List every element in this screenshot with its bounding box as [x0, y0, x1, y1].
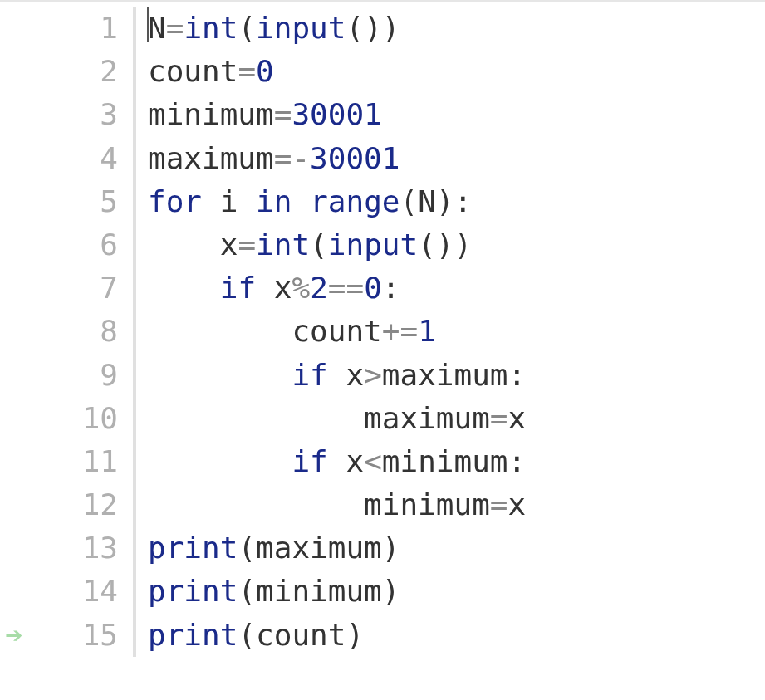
- code-line[interactable]: x=int(input()): [148, 223, 526, 267]
- token-id: maximum: [148, 141, 274, 175]
- line-number: 4: [0, 137, 118, 180]
- line-number: 9: [0, 354, 118, 397]
- code-line[interactable]: for i in range(N):: [148, 180, 526, 223]
- code-line[interactable]: print(minimum): [148, 570, 526, 613]
- line-number-gutter: 123456789101112131415➔: [0, 7, 133, 657]
- token-func: input: [328, 228, 418, 262]
- current-line-arrow-icon: ➔: [5, 614, 23, 657]
- token-func: print: [148, 618, 238, 652]
- token-punc: ): [364, 11, 382, 45]
- token-func: range: [310, 184, 400, 218]
- token-id: minimum: [382, 444, 508, 478]
- token-punc: :: [508, 444, 527, 478]
- code-line[interactable]: N=int(input()): [148, 7, 526, 50]
- token-punc: (: [238, 574, 256, 608]
- token-op: %: [292, 271, 310, 305]
- token-punc: ): [382, 574, 400, 608]
- token-id: i: [220, 184, 238, 218]
- token-id: x: [508, 401, 527, 435]
- line-number: 12: [0, 483, 118, 526]
- token-punc: ): [436, 228, 454, 262]
- token-id: count: [256, 618, 346, 652]
- token-num: 0: [256, 54, 274, 88]
- line-number: 2: [0, 50, 118, 93]
- token-kw: if: [220, 271, 256, 305]
- token-punc: (: [400, 184, 419, 218]
- line-number: 8: [0, 310, 118, 353]
- token-punc: :: [454, 184, 473, 218]
- token-kw: if: [292, 358, 327, 392]
- token-punc: :: [508, 358, 527, 392]
- token-op: +=: [382, 314, 418, 348]
- token-punc: (: [418, 228, 436, 262]
- token-id: N: [418, 184, 436, 218]
- token-func: int: [184, 11, 238, 45]
- code-line[interactable]: minimum=x: [148, 483, 526, 526]
- token-op: <: [364, 444, 382, 478]
- token-func: print: [148, 574, 238, 608]
- token-func: print: [148, 531, 238, 565]
- code-line[interactable]: maximum=-30001: [148, 137, 526, 180]
- token-id: maximum: [256, 531, 382, 565]
- line-number: 7: [0, 267, 118, 310]
- token-id: maximum: [382, 358, 508, 392]
- line-number: 15➔: [0, 614, 118, 657]
- token-op: =: [166, 11, 184, 45]
- line-number: 3: [0, 93, 118, 136]
- line-number: 6: [0, 223, 118, 267]
- token-id: minimum: [364, 487, 490, 521]
- token-punc: ): [436, 184, 454, 218]
- token-num: 1: [418, 314, 436, 348]
- token-op: ==: [328, 271, 364, 305]
- token-id: x: [346, 444, 364, 478]
- code-area[interactable]: N=int(input())count=0minimum=30001maximu…: [136, 7, 526, 657]
- code-editor[interactable]: 123456789101112131415➔ N=int(input())cou…: [0, 0, 765, 657]
- token-op: >: [364, 358, 382, 392]
- code-line[interactable]: if x%2==0:: [148, 267, 526, 310]
- code-line[interactable]: minimum=30001: [148, 93, 526, 136]
- token-punc: (: [346, 11, 364, 45]
- token-id: N: [148, 11, 166, 45]
- token-punc: ): [346, 618, 364, 652]
- token-id: maximum: [364, 401, 490, 435]
- code-line[interactable]: count+=1: [148, 310, 526, 353]
- token-op: =: [238, 228, 256, 262]
- line-number: 11: [0, 440, 118, 483]
- token-punc: ): [454, 228, 473, 262]
- token-punc: (: [238, 11, 256, 45]
- code-line[interactable]: if x>maximum:: [148, 354, 526, 397]
- token-op: =: [238, 54, 256, 88]
- token-id: x: [508, 487, 527, 521]
- token-id: count: [148, 54, 238, 88]
- token-kw: for: [148, 184, 202, 218]
- code-line[interactable]: print(maximum): [148, 526, 526, 570]
- token-punc: (: [310, 228, 328, 262]
- token-punc: :: [382, 271, 400, 305]
- token-op: =: [274, 97, 292, 131]
- token-num: 30001: [310, 141, 400, 175]
- code-line[interactable]: maximum=x: [148, 397, 526, 440]
- line-number: 1: [0, 7, 118, 50]
- token-num: 30001: [292, 97, 381, 131]
- token-punc: (: [238, 531, 256, 565]
- line-number: 14: [0, 570, 118, 613]
- code-line[interactable]: count=0: [148, 50, 526, 93]
- token-op: -: [292, 141, 310, 175]
- token-func: int: [256, 228, 310, 262]
- token-id: x: [346, 358, 364, 392]
- token-num: 0: [364, 271, 382, 305]
- token-num: 2: [310, 271, 328, 305]
- token-id: minimum: [148, 97, 274, 131]
- line-number: 13: [0, 526, 118, 570]
- token-punc: (: [238, 618, 256, 652]
- token-func: input: [256, 11, 346, 45]
- token-kw: if: [292, 444, 327, 478]
- token-id: minimum: [256, 574, 382, 608]
- token-punc: ): [382, 531, 400, 565]
- token-op: =: [490, 487, 508, 521]
- token-op: =: [274, 141, 292, 175]
- code-line[interactable]: if x<minimum:: [148, 440, 526, 483]
- code-line[interactable]: print(count): [148, 614, 526, 657]
- line-number: 5: [0, 180, 118, 223]
- token-id: x: [274, 271, 292, 305]
